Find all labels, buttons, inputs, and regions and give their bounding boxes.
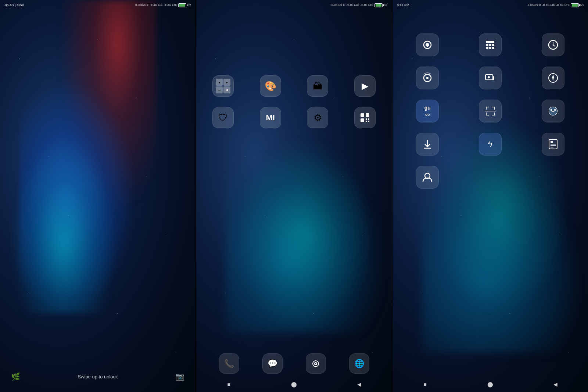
svg-point-9	[315, 363, 316, 364]
drawer-battery-pct: 63	[580, 3, 584, 7]
nav-back[interactable]: ◀	[354, 379, 365, 390]
drawer-nav-back[interactable]: ◀	[550, 379, 561, 390]
battery-icon	[178, 3, 186, 7]
svg-point-24	[426, 77, 429, 79]
drawer-nav-home[interactable]: ⬤	[485, 379, 496, 390]
svg-rect-37	[486, 113, 487, 115]
drawer-nav-stop[interactable]: ■	[420, 379, 431, 390]
home-battery-pct: 62	[384, 3, 387, 7]
svg-rect-15	[492, 44, 494, 46]
music-icon: 🌿	[11, 372, 20, 381]
folder-mini-4: 💬	[223, 86, 230, 93]
themes-icon: 🎨	[260, 75, 281, 97]
svg-point-11	[426, 43, 429, 47]
lock-status-bar: Jio 4G | airtel 0.0KB/s ※ .ill 4G ᗩᗴ .il…	[0, 0, 196, 10]
drawer-status-bar: 8:41 PM 0.0KB/s ※ .ill 4G ᗩᗴ .ill 4G LTE…	[392, 0, 588, 10]
drawer-nav-bar: ■ ⬤ ◀	[392, 377, 588, 392]
svg-rect-4	[368, 118, 369, 120]
calculator-icon	[479, 33, 502, 56]
svg-rect-3	[366, 118, 367, 120]
svg-rect-13	[486, 44, 488, 46]
fm-radio-icon	[416, 67, 439, 89]
phone-icon: 📞	[219, 353, 239, 374]
home-battery-icon	[374, 3, 383, 7]
mi-apps-icon: MI	[260, 107, 281, 128]
downloads-icon	[416, 133, 439, 156]
drawer-battery-icon	[571, 3, 579, 7]
lock-screen-panel: Jio 4G | airtel 0.0KB/s ※ .ill 4G ᗩᗴ .il…	[0, 0, 196, 392]
camera-shortcut-icon[interactable]: 📷	[175, 372, 184, 381]
svg-rect-17	[489, 47, 491, 49]
svg-rect-18	[492, 47, 494, 49]
svg-rect-6	[368, 121, 369, 122]
scanner-icon	[479, 100, 502, 122]
svg-rect-1	[366, 113, 369, 117]
chrome-icon: 🌐	[349, 353, 369, 374]
carrier-text: Jio 4G | airtel	[4, 3, 24, 7]
folder-mini-1: ◼	[216, 79, 223, 86]
camera-icon	[306, 353, 326, 374]
google-zhuyin-icon: ㄅ	[479, 133, 502, 156]
svg-point-43	[551, 109, 552, 110]
folder-mini-3: 📷	[216, 86, 223, 93]
drawer-screen-panel: 8:41 PM 0.0KB/s ※ .ill 4G ᗩᗴ .ill 4G LTE…	[392, 0, 588, 392]
sim-toolkit-icon	[542, 133, 564, 156]
svg-rect-12	[486, 41, 494, 43]
dock: 📞 💬 🌐	[196, 353, 392, 374]
dock-chrome[interactable]: 🌐	[349, 353, 369, 374]
google-indic-icon: guoo	[416, 100, 439, 122]
nav-stop[interactable]: ■	[223, 379, 234, 390]
svg-rect-2	[361, 118, 364, 122]
nav-home[interactable]: ⬤	[288, 379, 300, 390]
folder-mini-2: ▶	[223, 79, 230, 86]
svg-rect-48	[551, 141, 553, 143]
compass-icon	[542, 67, 564, 89]
svg-rect-35	[494, 107, 495, 110]
clock-icon	[542, 33, 564, 56]
home-status-bar: 0.0KB/s ※ .ill 4G ᗩᗴ .ill 4G LTE 62	[196, 0, 392, 10]
settings-icon: ⚙	[307, 107, 328, 128]
home-nav-bar: ■ ⬤ ◀	[196, 377, 392, 392]
feedback-icon	[542, 100, 564, 122]
tools-icon	[354, 107, 376, 128]
svg-rect-5	[366, 121, 367, 122]
drawer-time: 8:41 PM	[397, 3, 409, 7]
signal-text: 0.0KB/s ※ .ill 4G ᗩᗴ .ill 4G LTE	[135, 3, 177, 7]
drawer-status-left: 8:41 PM	[397, 3, 409, 7]
status-right: 0.0KB/s ※ .ill 4G ᗩᗴ .ill 4G LTE 62	[135, 3, 191, 7]
dock-messages[interactable]: 💬	[262, 353, 283, 374]
home-screen-panel: 0.0KB/s ※ .ill 4G ᗩᗴ .ill 4G LTE 62 G 🎤 …	[196, 0, 392, 392]
svg-rect-0	[361, 113, 364, 117]
svg-rect-14	[489, 44, 491, 46]
gallery-icon: 🏔	[307, 75, 328, 97]
svg-point-44	[554, 109, 556, 110]
svg-rect-33	[486, 107, 487, 110]
status-left: Jio 4G | airtel	[4, 3, 24, 7]
play-store-icon: ▶	[354, 75, 376, 97]
screen-record-icon	[479, 67, 502, 89]
recorder-icon	[416, 33, 439, 56]
svg-rect-39	[494, 113, 495, 115]
google-folder-icon: ◼ ▶ 📷 💬	[212, 75, 234, 97]
drawer-signal: 0.0KB/s ※ .ill 4G ᗩᗴ .ill 4G LTE	[528, 3, 570, 7]
battery-pct: 62	[187, 3, 191, 7]
svg-rect-16	[486, 47, 488, 49]
svg-point-27	[488, 76, 490, 78]
messages-icon: 💬	[262, 353, 283, 374]
security-icon: 🛡	[212, 107, 234, 128]
svg-point-22	[552, 44, 553, 46]
dock-phone[interactable]: 📞	[219, 353, 239, 374]
home-signal-text: 0.0KB/s ※ .ill 4G ᗩᗴ .ill 4G LTE	[331, 3, 373, 7]
swipe-hint[interactable]: Swipe up to unlock	[20, 374, 175, 379]
drawer-status-right: 0.0KB/s ※ .ill 4G ᗩᗴ .ill 4G LTE 63	[528, 3, 584, 7]
svg-point-31	[552, 77, 554, 79]
contacts-icon	[416, 166, 439, 189]
lock-bottom: 🌿 Swipe up to unlock 📷	[0, 372, 196, 381]
dock-camera[interactable]	[306, 353, 326, 374]
home-status-right: 0.0KB/s ※ .ill 4G ᗩᗴ .ill 4G LTE 62	[331, 3, 387, 7]
